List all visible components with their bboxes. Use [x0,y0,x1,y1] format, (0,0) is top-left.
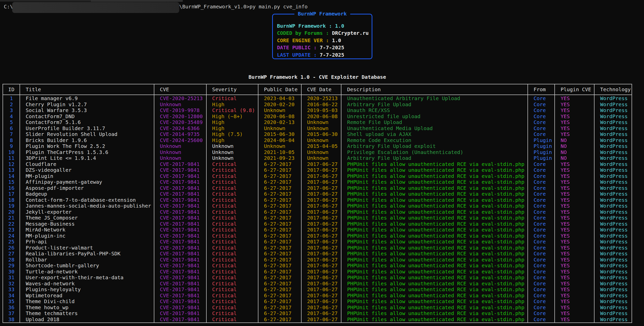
cell-plugin-cve: YES [555,299,594,305]
cell-description: PHPUnit files allow unauthenticated RCE … [341,239,528,245]
cell-from: Plugin [528,143,555,149]
terminal-prompt-prefix[interactable]: C:\ [4,4,13,10]
cell-public-date: 2021-09-23 [258,155,301,161]
cell-from: Core [528,209,555,215]
cell-from: Plugin [528,149,555,156]
cell-public-date: 6-27-2017 [258,221,301,227]
cell-technology: WordPress [594,257,632,263]
cell-technology: WordPress [594,305,632,311]
cell-cve-date: 2017-06-27 [301,245,341,251]
redaction-strip [91,0,183,2]
cell-plugin-cve: YES [555,311,594,317]
cell-severity: Unknown [206,155,258,161]
header-severity: Severity [206,84,258,95]
cell-cve: CVE-2020-12800 [154,114,206,120]
cell-plugin-cve: YES [555,257,594,263]
cell-from: Core [528,191,555,197]
cell-technology: WordPress [594,167,632,173]
cell-technology: WordPress [594,239,632,245]
cell-plugin-cve: YES [555,119,594,126]
table-row: 17BadgeupCVE-2017-9841Critical6-27-20172… [3,191,632,197]
cell-plugin-cve: YES [555,173,594,179]
cell-public-date: 6-27-2017 [258,311,301,317]
cell-title: Affinipay-payment-gateway [20,179,154,185]
cell-cve-date: Unknown [301,119,341,126]
cell-plugin-cve: NO [555,149,594,156]
cell-title: ContactForm7 5.1.6 [20,119,154,126]
cell-severity: Critical [206,245,258,251]
cell-cve: CVE-2017-9841 [154,209,206,215]
cell-public-date: 6-27-2017 [258,227,301,233]
banner-value: 1.0 [332,37,341,43]
cell-id: 6 [3,126,20,132]
cell-plugin-cve: YES [555,287,594,293]
cell-cve-date: 2017-06-27 [301,233,341,239]
header-plugin-cve: Plugin CVE [555,84,594,95]
cell-id: 29 [3,263,20,269]
cell-description: Unauthenticated Arbitrary File Upload [341,95,528,102]
cell-cve-date: 2020-06-08 [301,114,341,120]
cell-id: 2 [3,102,20,108]
cell-severity: Critical [206,269,258,275]
cell-cve: Unknown [154,155,206,161]
cell-technology: WordPress [594,317,632,323]
cell-description: PHPUnit files allow unauthenticated RCE … [341,227,528,233]
cell-from: Core [528,239,555,245]
cell-plugin-cve: YES [555,185,594,191]
cell-severity: Unknown [206,143,258,149]
cell-cve-date: 2017-06-27 [301,215,341,221]
terminal-command-line[interactable]: \BurnWP_Framework_v1.0>py main.py cve_in… [179,4,308,10]
cell-cve: CVE-2017-9841 [154,305,206,311]
cell-from: Core [528,221,555,227]
cell-id: 14 [3,173,20,179]
cell-id: 38 [3,317,20,323]
cell-description: PHPUnit files allow unauthenticated RCE … [341,215,528,221]
cell-plugin-cve: YES [555,317,594,323]
cell-description: Unrestricted file upload [341,114,528,120]
cell-cve-date: 2017-06-27 [301,299,341,305]
cell-severity: Critical [206,161,258,167]
cell-from: Core [528,293,555,299]
cell-cve: CVE-2017-9841 [154,299,206,305]
cell-plugin-cve: YES [555,107,594,114]
cell-plugin-cve: YES [555,227,594,233]
cell-technology: WordPress [594,149,632,156]
cell-id: 30 [3,269,20,275]
cell-cve-date: 2017-06-27 [301,269,341,275]
header-from: From [528,84,555,95]
cell-severity: Critical [206,95,258,102]
table-row: 7Slider Revolution Shell UploadCVE-2014-… [3,131,632,137]
cell-cve: CVE-2017-9841 [154,167,206,173]
cell-cve-date: 2016-06-22 [301,102,341,108]
cell-cve-date: 2017-06-27 [301,263,341,269]
cell-public-date: 6-27-2017 [258,167,301,173]
cell-cve: CVE-2017-9841 [154,251,206,257]
cell-description: PHPUnit files allow unauthenticated RCE … [341,269,528,275]
cell-cve-date: 2015-06-30 [301,131,341,137]
cell-description: Privilege Escalation (Unauthenticated) [341,149,528,156]
cell-public-date: 6-27-2017 [258,257,301,263]
table-row: 8Bricks Builder 1.9.6CVE-2024-25600High2… [3,137,632,144]
cell-from: Core [528,287,555,293]
terminal-prompt-path: \BurnWP_Framework_v1.0> [179,4,250,10]
banner-label: LAST UPDATE : [277,52,317,58]
cell-technology: WordPress [594,137,632,144]
cell-id: 7 [3,131,20,137]
cell-plugin-cve: YES [555,251,594,257]
cell-public-date: 6-27-2017 [258,185,301,191]
cell-from: Core [528,281,555,287]
cell-public-date: 6-27-2017 [258,161,301,167]
cell-title: Rollbar [20,257,154,263]
cell-technology: WordPress [594,173,632,179]
cell-public-date: 6-27-2017 [258,209,301,215]
cell-from: Core [528,233,555,239]
cell-id: 33 [3,287,20,293]
cell-from: Core [528,317,555,323]
cell-technology: WordPress [594,251,632,257]
cell-public-date: 6-27-2017 [258,293,301,299]
cell-technology: WordPress [594,269,632,275]
table-row: 37Theme techmattersCVE-2017-9841Critical… [3,311,632,317]
cell-public-date: Unknown [258,107,301,114]
cell-cve: CVE-2017-9841 [154,245,206,251]
cell-title: Aspose-pdf-importer [20,185,154,191]
